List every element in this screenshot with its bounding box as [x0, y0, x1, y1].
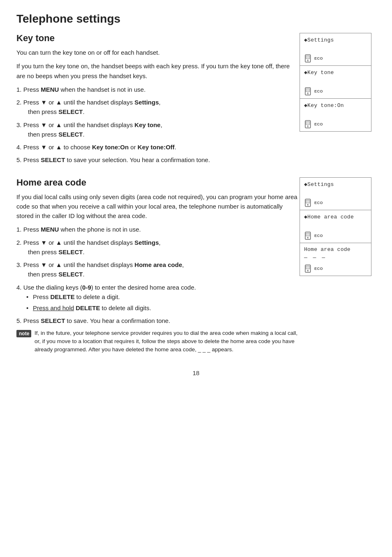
svg-rect-9: [306, 122, 310, 125]
svg-point-10: [307, 125, 309, 127]
svg-rect-21: [306, 266, 310, 269]
svg-rect-5: [306, 89, 310, 92]
key-tone-steps: 1. Press MENU when the handset is not in…: [16, 85, 300, 165]
home-area-code-steps: 1. Press MENU when the phone is not in u…: [16, 225, 300, 325]
key-tone-step-3: 3. Press ▼ or ▲ until the handset displa…: [16, 120, 300, 139]
svg-rect-17: [306, 233, 310, 236]
svg-rect-15: [307, 205, 309, 206]
home-area-code-intro: If you dial local calls using only seven…: [16, 192, 300, 221]
key-tone-sidebar: ◆Settings ECO ◆Key tone: [300, 33, 376, 168]
eco-icon-6: ECO: [304, 264, 367, 273]
screen-settings-2: ◆Settings ECO: [300, 177, 371, 210]
hac-step-4-bullets: Press DELETE to delete a digit. Press an…: [16, 292, 300, 313]
screen-settings-1: ◆Settings ECO: [300, 33, 371, 66]
svg-point-14: [307, 204, 309, 205]
key-tone-section: Key tone You can turn the key tone on or…: [16, 33, 376, 168]
screen-key-tone: ◆Key tone ECO: [300, 66, 371, 99]
hac-step-1: 1. Press MENU when the phone is not in u…: [16, 225, 300, 234]
home-area-code-text: Home area code If you dial local calls u…: [16, 177, 300, 357]
hac-step-4: 4. Use the dialing keys (0-9) to enter t…: [16, 283, 300, 313]
svg-point-2: [307, 60, 309, 61]
key-tone-step-1: 1. Press MENU when the handset is not in…: [16, 85, 300, 94]
note-box: note If, in the future, your telephone s…: [16, 329, 300, 354]
svg-rect-1: [306, 56, 310, 59]
eco-icon-3: ECO: [304, 120, 367, 129]
bullet-delete-digit: Press DELETE to delete a digit.: [33, 292, 300, 302]
note-label: note: [16, 330, 31, 337]
svg-point-18: [307, 237, 309, 238]
page-number: 18: [16, 369, 376, 376]
svg-rect-11: [307, 127, 309, 128]
eco-icon-4: ECO: [304, 198, 367, 207]
svg-point-6: [307, 93, 309, 94]
bullet-delete-all: Press and hold DELETE to delete all digi…: [33, 303, 300, 313]
svg-rect-19: [307, 238, 309, 239]
hac-step-5: 5. Press SELECT to save. You hear a conf…: [16, 316, 300, 325]
key-tone-intro1: You can turn the key tone on or off for …: [16, 48, 300, 57]
eco-icon-5: ECO: [304, 231, 367, 240]
key-tone-text: Key tone You can turn the key tone on or…: [16, 33, 300, 168]
svg-rect-7: [307, 94, 309, 95]
home-area-code-sidebar: ◆Settings ECO ◆Home area code: [300, 177, 376, 357]
hac-step-2: 2. Press ▼ or ▲ until the handset displa…: [16, 238, 300, 257]
svg-rect-23: [307, 271, 309, 272]
key-tone-step-4: 4. Press ▼ or ▲ to choose Key tone:On or…: [16, 142, 300, 152]
key-tone-intro2: If you turn the key tone on, the handset…: [16, 61, 300, 81]
hac-step-3: 3. Press ▼ or ▲ until the handset displa…: [16, 260, 300, 279]
page-title: Telephone settings: [16, 12, 376, 26]
note-text: If, in the future, your telephone servic…: [35, 329, 300, 354]
svg-rect-3: [307, 61, 309, 62]
key-tone-step-5: 5. Press SELECT to save your selection. …: [16, 155, 300, 165]
eco-icon-2: ECO: [304, 87, 367, 96]
key-tone-step-2: 2. Press ▼ or ▲ until the handset displa…: [16, 97, 300, 117]
key-tone-heading: Key tone: [16, 33, 300, 44]
eco-icon-1: ECO: [304, 54, 367, 63]
screen-key-tone-on: ◆Key tone:On ECO: [300, 99, 371, 132]
screen-home-area-code-dashes: Home area code — — — ECO: [300, 243, 371, 276]
home-area-code-heading: Home area code: [16, 177, 300, 188]
svg-rect-13: [306, 200, 310, 203]
home-area-code-section: Home area code If you dial local calls u…: [16, 177, 376, 357]
screen-home-area-code: ◆Home area code ECO: [300, 210, 371, 243]
svg-point-22: [307, 270, 309, 271]
